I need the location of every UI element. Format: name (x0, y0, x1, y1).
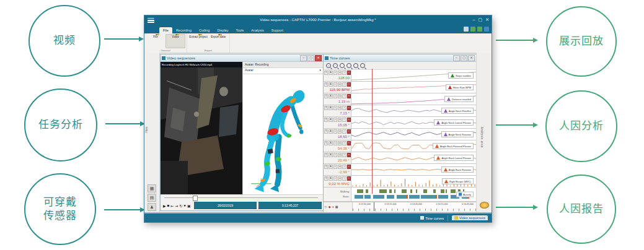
row-control-1[interactable]: A (329, 106, 332, 110)
record-icon[interactable]: ● (183, 204, 186, 207)
play-icon[interactable]: ▶ (163, 204, 166, 208)
import-icon[interactable] (477, 27, 482, 32)
stop-icon[interactable]: ■ (167, 204, 170, 207)
row-control-4[interactable]: − (342, 106, 346, 110)
chart-plot[interactable]: Angle Back Forward Flexion (351, 140, 476, 152)
row-control-2[interactable]: i (333, 153, 337, 157)
timeline-ruler[interactable]: 0:12:45,0000:13:15,0000:13:45,0000:14:15… (352, 202, 476, 211)
chart-legend[interactable]: Angle Back Rotation (441, 166, 474, 173)
loop-icon[interactable]: ↻ (179, 204, 182, 208)
file-button[interactable]: ▾File (146, 34, 165, 48)
play-small-icon[interactable]: ▷ (325, 205, 327, 209)
marker-icon[interactable]: ◆ (329, 205, 331, 209)
tab-support[interactable]: Support (268, 27, 287, 33)
zoom-v-icon[interactable] (353, 63, 358, 68)
row-control-2[interactable]: i (333, 165, 337, 169)
chart-plot[interactable]: Angle Neck Lateral Flexion (351, 117, 476, 128)
row-control-4[interactable]: − (342, 71, 346, 75)
tab-tools[interactable]: Tools (232, 27, 247, 33)
chart-legend[interactable]: Right Biceps (MVC) (442, 178, 474, 184)
chart-legend[interactable]: Distance traveled (444, 96, 474, 102)
panel-close-button[interactable]: ✕ (315, 55, 322, 61)
menu-icon[interactable] (148, 18, 154, 23)
files-strip-label[interactable]: Files (144, 121, 159, 139)
row-control-2[interactable]: i (333, 141, 337, 145)
chart-plot[interactable]: Heart Rate BPM (351, 82, 476, 93)
row-control-4[interactable]: − (342, 176, 346, 181)
row-control-4[interactable]: − (342, 165, 346, 169)
row-control-3[interactable]: ▭ (338, 153, 342, 157)
row-control-3[interactable]: ▭ (338, 165, 342, 169)
tab-analysis[interactable]: Analysis (247, 27, 267, 33)
row-control-0[interactable]: T (324, 176, 328, 181)
export-data-button[interactable]: ▾Export data (208, 34, 228, 48)
row-control-0[interactable]: T (324, 129, 328, 134)
row-control-2[interactable]: i (333, 129, 337, 134)
chart-legend[interactable]: Angle Back Lateral Flexion (434, 155, 474, 161)
avatar-select[interactable]: Avatar ▾ (243, 67, 323, 74)
grid-icon[interactable]: ▦ (335, 205, 338, 209)
row-control-1[interactable]: A (329, 118, 332, 122)
row-control-0[interactable]: T (324, 94, 328, 98)
row-control-0[interactable]: T (324, 82, 328, 87)
row-control-1[interactable]: A (329, 165, 332, 169)
close-button[interactable]: ✕ (485, 17, 489, 22)
extract-project-button[interactable]: ▾Extract project (188, 34, 208, 48)
chart-plot[interactable]: Angle Neck Rotation (351, 129, 476, 140)
zoom-in-icon[interactable]: + (326, 63, 331, 68)
save-icon[interactable] (470, 27, 475, 32)
row-control-2[interactable]: i (333, 176, 337, 181)
user-icon[interactable]: ♟ (148, 203, 156, 211)
chart-plot[interactable]: Angle Back Rotation (351, 164, 476, 175)
row-control-2[interactable]: i (333, 71, 337, 75)
list-icon[interactable]: ▤ (148, 194, 156, 202)
row-control-0[interactable]: T (324, 106, 328, 110)
panel-minimize-button[interactable]: – (453, 55, 460, 61)
row-control-3[interactable]: ▭ (338, 82, 342, 87)
zoom-out-icon[interactable]: − (333, 63, 338, 68)
video-seek-slider[interactable] (161, 194, 323, 200)
chart-plot[interactable]: Distance traveled (351, 93, 476, 105)
maximize-button[interactable]: ▢ (479, 17, 483, 22)
analysis-area-label[interactable]: Analysis area (480, 127, 483, 148)
chart-plot[interactable]: Steps number (351, 70, 476, 81)
row-control-3[interactable]: ▭ (338, 71, 342, 75)
row-control-4[interactable]: − (342, 129, 346, 134)
workshop-video-frame[interactable] (161, 67, 242, 194)
row-control-3[interactable]: ▭ (338, 106, 342, 110)
panel-maximize-button[interactable]: ▢ (461, 55, 467, 61)
row-control-4[interactable]: − (342, 118, 346, 122)
chart-legend[interactable]: Angle Back Forward Flexion (433, 143, 474, 149)
chart-plot[interactable]: Angle Neck Flex/Ext (351, 105, 476, 116)
panel-close-button[interactable]: ✕ (468, 55, 475, 61)
row-control-4[interactable]: − (342, 82, 346, 87)
row-control-0[interactable]: T (324, 118, 328, 122)
row-control-2[interactable]: i (333, 118, 337, 122)
activity-plot[interactable]: Activity (351, 188, 476, 201)
row-control-1[interactable]: A (329, 82, 332, 87)
row-control-4[interactable]: − (342, 153, 346, 157)
panel-maximize-button[interactable]: ▢ (307, 55, 314, 61)
zoom-h-icon[interactable] (346, 63, 351, 68)
chart-legend[interactable]: Angle Neck Lateral Flexion (434, 119, 474, 126)
row-control-2[interactable]: i (333, 94, 337, 98)
row-control-4[interactable]: − (342, 94, 346, 98)
panel-minimize-button[interactable]: – (300, 55, 307, 61)
add-icon[interactable]: + (332, 205, 334, 209)
chart-legend[interactable]: Angle Neck Rotation (441, 131, 474, 137)
prev-icon[interactable]: ⇤ (170, 204, 174, 208)
time-cursor-line[interactable] (372, 69, 373, 194)
zoom-window-icon[interactable] (340, 63, 345, 68)
row-control-3[interactable]: ▭ (338, 118, 342, 122)
dropdown-icon[interactable] (464, 27, 469, 32)
row-control-3[interactable]: ▭ (338, 94, 342, 98)
status-video-sequences-tab[interactable]: Video sequences (452, 215, 488, 220)
row-control-0[interactable]: T (324, 165, 328, 169)
row-control-1[interactable]: A (329, 141, 332, 145)
video-button[interactable]: ▾Video (165, 34, 185, 48)
slider-thumb[interactable] (193, 196, 198, 201)
row-control-0[interactable]: T (324, 153, 328, 157)
row-control-2[interactable]: i (333, 106, 337, 110)
screens-icon[interactable]: ▦ (148, 184, 156, 192)
row-control-1[interactable]: A (329, 153, 332, 157)
